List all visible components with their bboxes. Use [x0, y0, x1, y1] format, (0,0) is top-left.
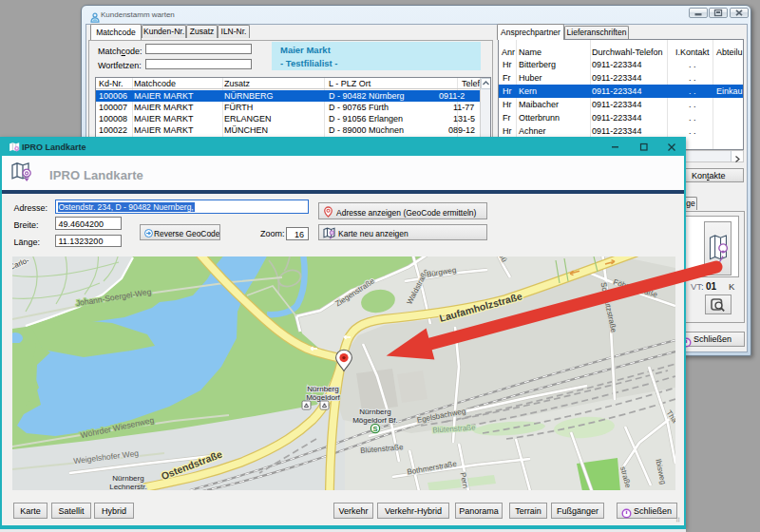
svg-text:Nürnberg: Nürnberg: [359, 408, 390, 416]
svg-text:Nürnberg: Nürnberg: [112, 474, 143, 483]
svg-text:Nürnberg: Nürnberg: [307, 385, 338, 393]
svg-text:Lechnerstr.: Lechnerstr.: [109, 483, 147, 491]
svg-text:Mögeldorf Bf.: Mögeldorf Bf.: [352, 416, 398, 425]
svg-text:S: S: [372, 425, 377, 433]
